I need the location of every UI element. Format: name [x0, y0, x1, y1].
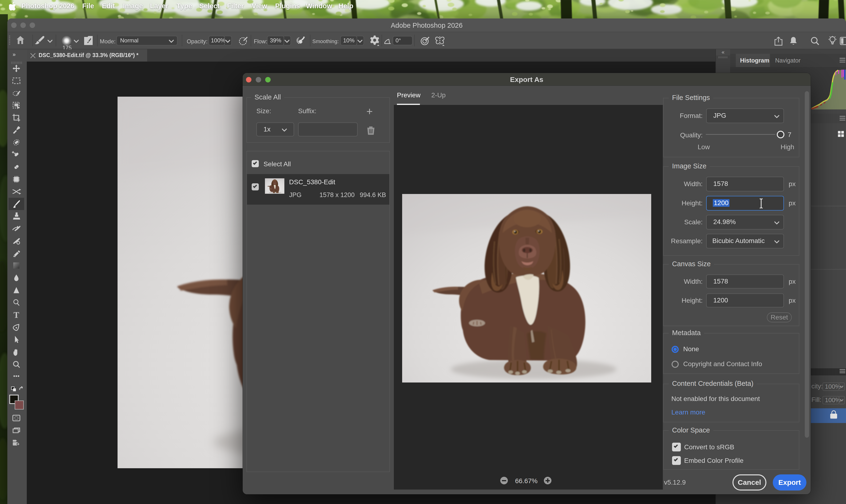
svg-text:100%: 100% [825, 396, 841, 403]
svg-text:Navigator: Navigator [775, 57, 800, 64]
svg-text:Histogram: Histogram [740, 57, 770, 64]
svg-text:»: » [13, 51, 16, 57]
svg-text:city:: city: [811, 383, 823, 390]
svg-text:Fill:: Fill: [811, 396, 821, 403]
svg-text:T: T [14, 310, 19, 320]
svg-text:100%: 100% [825, 383, 841, 390]
